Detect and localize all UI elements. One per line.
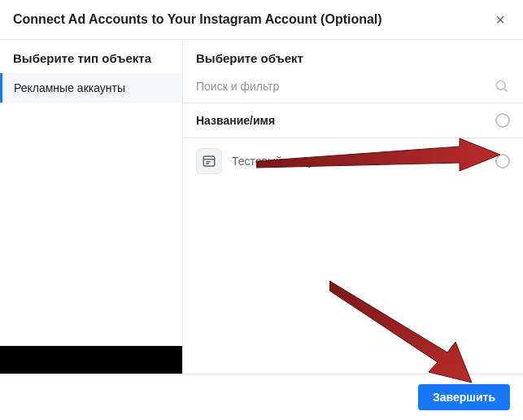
search-row <box>183 73 523 103</box>
search-input[interactable] <box>196 80 494 93</box>
svg-line-1 <box>504 89 508 92</box>
account-row-radio[interactable] <box>495 154 510 168</box>
dialog-title: Connect Ad Accounts to Your Instagram Ac… <box>13 12 382 27</box>
main-panel: Выберите объект Название/имя Тестовый <box>183 40 523 378</box>
sidebar-title: Выберите тип объекта <box>0 40 182 73</box>
finish-button[interactable]: Завершить <box>418 384 510 410</box>
svg-point-0 <box>496 81 505 90</box>
dialog-footer: Завершить <box>0 374 523 420</box>
sidebar-item-label: Рекламные аккаунты <box>14 81 125 94</box>
dialog-header: Connect Ad Accounts to Your Instagram Ac… <box>0 0 523 40</box>
close-icon: × <box>495 11 505 29</box>
account-row-label: Тестовый аккаунт 2 <box>232 155 495 168</box>
dialog-content: Выберите тип объекта Рекламные аккаунты … <box>0 40 523 378</box>
close-button[interactable]: × <box>490 10 510 29</box>
column-header-label: Название/имя <box>196 114 275 127</box>
account-icon <box>196 148 222 174</box>
sidebar: Выберите тип объекта Рекламные аккаунты <box>0 40 183 378</box>
select-all-radio[interactable] <box>495 113 510 128</box>
column-header: Название/имя <box>183 103 523 138</box>
main-title: Выберите объект <box>183 40 523 73</box>
sidebar-item-ad-accounts[interactable]: Рекламные аккаунты <box>0 73 182 103</box>
search-icon <box>494 78 510 94</box>
account-row[interactable]: Тестовый аккаунт 2 <box>183 138 523 184</box>
